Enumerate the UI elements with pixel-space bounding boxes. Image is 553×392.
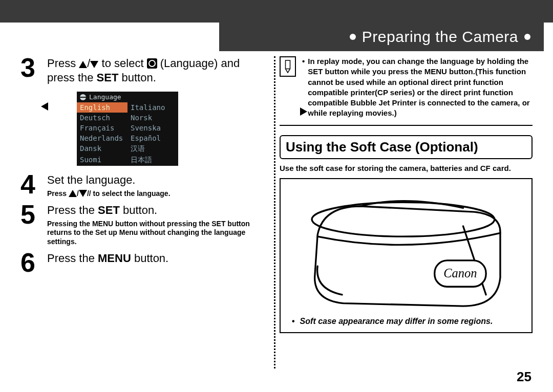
language-option: Svenska (127, 123, 178, 133)
step-number: 4 (20, 171, 43, 198)
language-option: Deutsch (77, 113, 127, 123)
pencil-note-icon (280, 56, 296, 77)
step-number: 5 (20, 201, 43, 246)
globe-icon (80, 94, 86, 100)
step-number: 3 (20, 54, 43, 84)
svg-marker-0 (286, 60, 290, 73)
step-3: 3 Press / to select (Language) and press… (20, 54, 261, 84)
top-bar (0, 0, 553, 23)
step-body: Press the MENU button. (47, 249, 261, 276)
softcase-subtext: Use the soft case for storing the camera… (280, 163, 533, 173)
section-title: Preparing the Camera (362, 28, 518, 46)
language-option: Nederlands (77, 133, 127, 143)
softcase-footnote: Soft case appearance may differ in some … (292, 317, 520, 326)
down-arrow-icon (79, 190, 87, 197)
up-arrow-icon (79, 61, 87, 68)
step-4: 4 Set the language. Press /// to select … (20, 171, 261, 198)
language-menu-title: Language (77, 92, 178, 102)
note-text: In replay mode, you can change the langu… (302, 56, 533, 119)
page-number: 25 (517, 369, 531, 385)
language-option: English (77, 102, 127, 113)
bullet-icon (350, 34, 356, 40)
step-body: Press the SET button. Pressing the MENU … (47, 201, 261, 246)
language-icon (147, 58, 157, 69)
step-5: 5 Press the SET button. Pressing the MEN… (20, 201, 261, 246)
left-column: 3 Press / to select (Language) and press… (20, 51, 261, 372)
softcase-heading: Using the Soft Case (Optional) (280, 135, 533, 159)
step-subtext: Press /// to select the language. (47, 189, 252, 199)
step-body: Set the language. Press /// to select th… (47, 171, 261, 198)
left-arrow-icon (41, 102, 48, 111)
language-option: 日本語 (127, 155, 178, 166)
down-arrow-icon (90, 61, 98, 68)
step-6: 6 Press the MENU button. (20, 249, 261, 276)
step-number: 6 (20, 249, 43, 276)
language-option: Français (77, 123, 127, 133)
bullet-icon (524, 34, 530, 40)
language-menu-screenshot: Language English Italiano Deutsch Norsk … (77, 92, 178, 166)
note-box: In replay mode, you can change the langu… (280, 56, 533, 126)
column-divider (274, 56, 275, 368)
language-option: Español (127, 133, 178, 143)
language-option: Norsk (127, 113, 178, 123)
right-column: In replay mode, you can change the langu… (280, 56, 533, 372)
step-subtext: Pressing the MENU button without pressin… (47, 220, 252, 247)
language-option: Dansk (77, 143, 127, 155)
language-option: Suomi (77, 155, 127, 166)
section-title-bar: Preparing the Camera (219, 23, 544, 51)
language-option: 汉语 (127, 143, 178, 155)
step-body: Press / to select (Language) and press t… (47, 54, 261, 84)
brand-label: Canon (443, 266, 477, 280)
manual-page: Preparing the Camera 3 Press / to select… (0, 0, 553, 392)
language-option: Italiano (127, 102, 178, 113)
softcase-illustration: Canon Soft case appearance may differ in… (280, 178, 533, 333)
up-arrow-icon (69, 190, 77, 197)
